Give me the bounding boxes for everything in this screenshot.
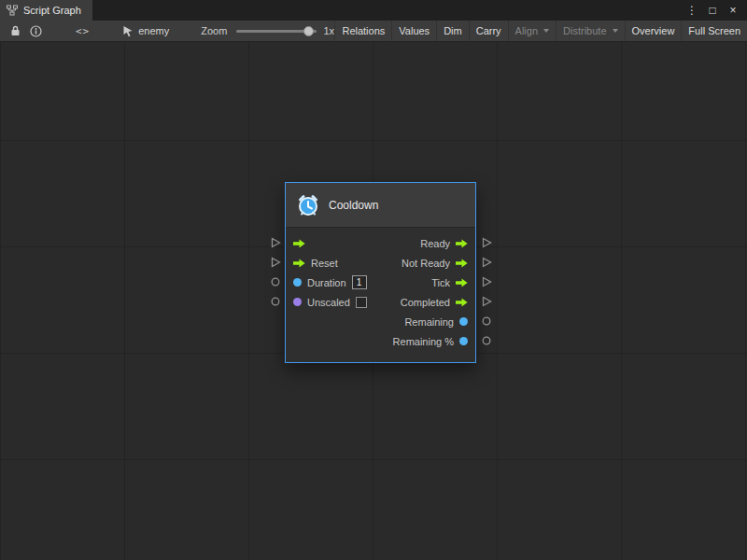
flow-arrow-icon [456,278,468,287]
tick-output-port[interactable]: Tick [431,277,468,288]
ready-output-port[interactable]: Ready [420,238,468,249]
overview-button[interactable]: Overview [625,21,682,41]
zoom-value: 1x [323,25,334,36]
graph-name: enemy [138,25,169,36]
graph-canvas[interactable]: Cooldown Ready Reset Not Ready [0,42,747,560]
completed-output-port[interactable]: Completed [401,297,468,308]
remaining-output-port[interactable]: Remaining [404,316,468,328]
port-label: Tick [431,277,450,288]
align-label: Align [515,25,538,36]
info-button[interactable] [25,21,47,41]
unscaled-checkbox[interactable] [356,297,367,308]
info-icon [30,25,42,37]
port-label: Remaining [404,316,454,328]
values-button[interactable]: Values [391,21,436,41]
port-row: Reset Not Ready [286,253,475,273]
reset-input-connector[interactable] [269,252,282,272]
tick-output-connector[interactable] [480,272,493,291]
dropdown-caret-icon [613,29,618,33]
node-body: Ready Reset Not Ready Duration [286,228,475,362]
flow-arrow-icon [456,239,468,248]
window-titlebar: Script Graph ⋮ □ × [0,0,747,21]
code-view-button[interactable]: <> [71,21,94,41]
port-row: Unscaled Completed [286,292,475,312]
graph-toolbar: <> enemy Zoom 1x Relations Values Dim Ca… [0,21,747,42]
port-row: Remaining [286,312,475,331]
window-maximize-button[interactable]: □ [704,2,721,19]
dim-button[interactable]: Dim [436,21,469,41]
port-row: Remaining % [286,331,475,351]
port-label: Remaining % [393,336,454,347]
graph-breadcrumb[interactable]: enemy [122,25,169,37]
tab-title: Script Graph [23,5,81,16]
port-row: Duration Tick [286,273,475,292]
relations-label: Relations [342,25,385,36]
remaining-pct-output-connector[interactable] [480,330,493,350]
remaining-pct-output-port[interactable]: Remaining % [393,336,468,347]
value-port-icon [293,298,302,306]
lock-icon [10,25,21,36]
flow-input-connector[interactable] [269,232,282,252]
port-label: Completed [401,297,450,308]
port-label: Duration [307,277,346,288]
dropdown-caret-icon [543,29,549,33]
port-label: Not Ready [402,258,450,269]
flow-arrow-icon [293,259,305,268]
unscaled-input-port[interactable]: Unscaled [293,297,367,308]
distribute-dropdown[interactable]: Distribute [556,21,624,41]
lock-button[interactable] [6,21,25,41]
full-screen-label: Full Screen [688,25,740,36]
align-dropdown[interactable]: Align [508,21,556,41]
zoom-label: Zoom [201,25,227,36]
port-label: Ready [420,238,450,249]
port-label: Reset [311,258,338,269]
port-label: Unscaled [307,297,350,308]
values-label: Values [399,25,430,36]
flow-arrow-icon [293,239,305,248]
value-port-icon [459,337,468,345]
relations-button[interactable]: Relations [334,21,391,41]
port-row: Ready [286,233,475,253]
not-ready-output-port[interactable]: Not Ready [402,258,468,269]
unscaled-input-connector[interactable] [269,291,282,311]
zoom-slider-handle[interactable] [303,26,314,36]
alarm-clock-icon [296,193,320,217]
carry-button[interactable]: Carry [469,21,508,41]
remaining-output-connector[interactable] [480,311,493,330]
flow-arrow-icon [456,298,468,307]
dim-label: Dim [444,25,462,36]
value-port-icon [459,317,468,326]
overview-label: Overview [632,25,675,36]
graph-icon [7,5,18,16]
input-connectors [269,232,282,311]
flow-arrow-icon [456,259,468,268]
duration-input-port[interactable]: Duration [293,275,367,289]
node-header[interactable]: Cooldown [286,183,475,228]
window-close-button[interactable]: × [725,2,741,19]
cursor-icon [122,25,134,37]
distribute-label: Distribute [563,25,606,36]
node-title: Cooldown [329,199,378,212]
full-screen-button[interactable]: Full Screen [681,21,747,41]
window-menu-button[interactable]: ⋮ [684,2,700,19]
cooldown-node[interactable]: Cooldown Ready Reset Not Ready [285,182,476,363]
flow-input-port[interactable] [293,239,305,248]
output-connectors [480,232,493,350]
carry-label: Carry [476,25,501,36]
code-icon: <> [76,25,90,37]
reset-input-port[interactable]: Reset [293,258,338,269]
ready-output-connector[interactable] [480,232,493,252]
not-ready-output-connector[interactable] [480,252,493,272]
duration-input-connector[interactable] [269,272,282,291]
tab-script-graph[interactable]: Script Graph [0,0,92,21]
value-port-icon [293,278,302,287]
zoom-slider[interactable] [236,30,317,33]
duration-field[interactable] [352,275,367,289]
completed-output-connector[interactable] [480,291,493,311]
